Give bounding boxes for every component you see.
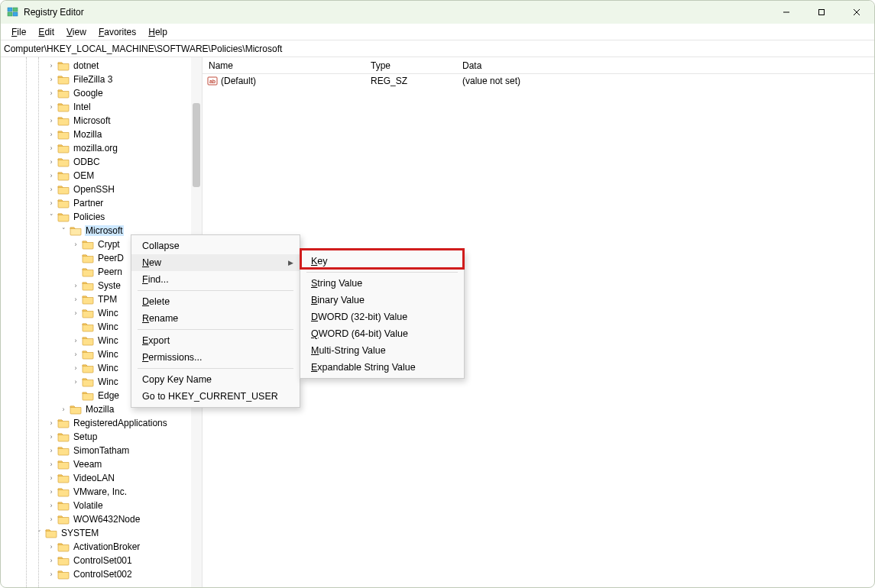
tree-item[interactable]: ›VideoLAN: [1, 471, 191, 485]
chevron-right-icon[interactable]: ›: [47, 144, 56, 152]
menu-view[interactable]: View: [60, 25, 92, 39]
menu-favorites[interactable]: Favorites: [92, 25, 142, 39]
folder-icon: [57, 569, 70, 580]
tree-item[interactable]: ›ControlSet001: [1, 554, 191, 567]
context-menu-item[interactable]: Export: [131, 332, 300, 349]
tree-item[interactable]: ˅SYSTEM: [1, 526, 191, 540]
tree-item[interactable]: ›Veeam: [1, 457, 191, 471]
submenu-item[interactable]: Expandable String Value: [300, 359, 464, 376]
chevron-right-icon[interactable]: ›: [71, 351, 80, 358]
chevron-right-icon[interactable]: ›: [47, 447, 56, 454]
tree-item[interactable]: ›Setup: [1, 430, 191, 444]
tree-item[interactable]: ›VMware, Inc.: [1, 485, 191, 499]
chevron-right-icon[interactable]: ›: [71, 309, 80, 317]
context-menu-item[interactable]: Collapse: [131, 237, 300, 254]
address-bar[interactable]: Computer\HKEY_LOCAL_MACHINE\SOFTWARE\Pol…: [1, 40, 874, 57]
chevron-right-icon[interactable]: ›: [47, 460, 56, 468]
chevron-right-icon[interactable]: ›: [47, 557, 56, 564]
chevron-right-icon[interactable]: ›: [47, 62, 56, 69]
folder-icon: [82, 253, 94, 263]
close-button[interactable]: [839, 1, 874, 24]
tree-item[interactable]: ˅Policies: [1, 210, 191, 224]
chevron-right-icon[interactable]: ›: [71, 337, 80, 344]
tree-item-label: Edge: [97, 390, 120, 401]
minimize-button[interactable]: [769, 1, 804, 24]
tree-item[interactable]: ›ActivationBroker: [1, 540, 191, 554]
list-row[interactable]: ab (Default) REG_SZ (value not set): [203, 74, 874, 88]
tree-item[interactable]: ›Google: [1, 86, 191, 100]
chevron-right-icon[interactable]: ›: [47, 117, 56, 124]
chevron-right-icon[interactable]: ›: [47, 433, 56, 441]
col-header-type[interactable]: Type: [371, 60, 462, 71]
tree-item[interactable]: ›Microsoft: [1, 114, 191, 128]
chevron-right-icon[interactable]: ›: [47, 131, 56, 138]
chevron-right-icon[interactable]: ›: [47, 186, 56, 193]
chevron-right-icon[interactable]: ›: [47, 474, 56, 482]
context-menu-item[interactable]: New▶: [131, 254, 300, 271]
maximize-button[interactable]: [804, 1, 839, 24]
menu-help[interactable]: Help: [142, 25, 173, 39]
col-header-name[interactable]: Name: [203, 60, 371, 71]
submenu-item[interactable]: Multi-String Value: [300, 342, 464, 359]
submenu-item[interactable]: Binary Value: [300, 292, 464, 309]
submenu-item[interactable]: DWORD (32-bit) Value: [300, 309, 464, 325]
chevron-right-icon[interactable]: ›: [47, 570, 56, 578]
tree-item[interactable]: ›ControlSet002: [1, 567, 191, 581]
submenu-item[interactable]: QWORD (64-bit) Value: [300, 325, 464, 342]
chevron-right-icon[interactable]: ›: [47, 76, 56, 83]
chevron-right-icon[interactable]: ›: [71, 282, 80, 289]
tree-item[interactable]: ›OEM: [1, 169, 191, 183]
menu-edit[interactable]: Edit: [32, 25, 60, 39]
chevron-right-icon[interactable]: ›: [47, 199, 56, 207]
context-menu-item[interactable]: Copy Key Name: [131, 371, 300, 388]
folder-icon: [82, 390, 94, 401]
chevron-right-icon[interactable]: ›: [71, 241, 80, 248]
tree-item[interactable]: ›WOW6432Node: [1, 512, 191, 526]
chevron-right-icon[interactable]: ›: [47, 419, 56, 427]
submenu-item[interactable]: String Value: [300, 275, 464, 292]
context-menu-label: Rename: [142, 313, 178, 324]
chevron-right-icon[interactable]: ›: [47, 502, 56, 509]
chevron-right-icon[interactable]: ›: [47, 103, 56, 111]
submenu-arrow-icon: ▶: [288, 259, 293, 267]
context-menu-item[interactable]: Go to HKEY_CURRENT_USER: [131, 388, 300, 405]
context-menu-item[interactable]: Delete: [131, 293, 300, 310]
chevron-right-icon[interactable]: ›: [47, 89, 56, 97]
tree-item[interactable]: ›dotnet: [1, 59, 191, 73]
folder-icon: [57, 170, 70, 181]
chevron-right-icon[interactable]: ›: [47, 158, 56, 166]
chevron-right-icon[interactable]: ›: [71, 296, 80, 303]
chevron-right-icon[interactable]: ›: [47, 488, 56, 496]
context-menu-item[interactable]: Rename: [131, 310, 300, 327]
chevron-right-icon[interactable]: ›: [47, 172, 56, 179]
chevron-right-icon[interactable]: ›: [71, 364, 80, 372]
string-value-icon: ab: [207, 76, 218, 86]
tree-item[interactable]: ›Intel: [1, 100, 191, 114]
folder-icon: [57, 102, 70, 112]
svg-text:ab: ab: [209, 79, 216, 84]
chevron-down-icon[interactable]: ˅: [47, 213, 56, 221]
scrollbar-thumb[interactable]: [193, 103, 200, 187]
chevron-right-icon[interactable]: ›: [47, 515, 56, 523]
chevron-down-icon[interactable]: ˅: [34, 529, 44, 537]
titlebar: Registry Editor: [1, 1, 874, 24]
tree-item[interactable]: ›RegisteredApplications: [1, 416, 191, 430]
tree-item[interactable]: ›FileZilla 3: [1, 73, 191, 86]
context-menu-item[interactable]: Find...: [131, 271, 300, 288]
tree-item[interactable]: ›Volatile: [1, 499, 191, 512]
tree-item[interactable]: ›ODBC: [1, 155, 191, 169]
context-menu-item[interactable]: Permissions...: [131, 349, 300, 366]
tree-item[interactable]: ›Partner: [1, 196, 191, 210]
chevron-right-icon[interactable]: ›: [47, 543, 56, 551]
tree-item[interactable]: ›Mozilla: [1, 128, 191, 141]
chevron-right-icon[interactable]: ›: [71, 378, 80, 386]
tree-item[interactable]: ›mozilla.org: [1, 141, 191, 155]
tree-item[interactable]: ›SimonTatham: [1, 444, 191, 457]
tree-item[interactable]: ›OpenSSH: [1, 183, 191, 196]
col-header-data[interactable]: Data: [462, 60, 874, 71]
context-menu-label: Copy Key Name: [142, 374, 212, 385]
chevron-right-icon[interactable]: ›: [59, 405, 68, 413]
submenu-item[interactable]: Key: [300, 253, 464, 270]
chevron-down-icon[interactable]: ˅: [59, 227, 68, 234]
menu-file[interactable]: File: [5, 25, 32, 39]
